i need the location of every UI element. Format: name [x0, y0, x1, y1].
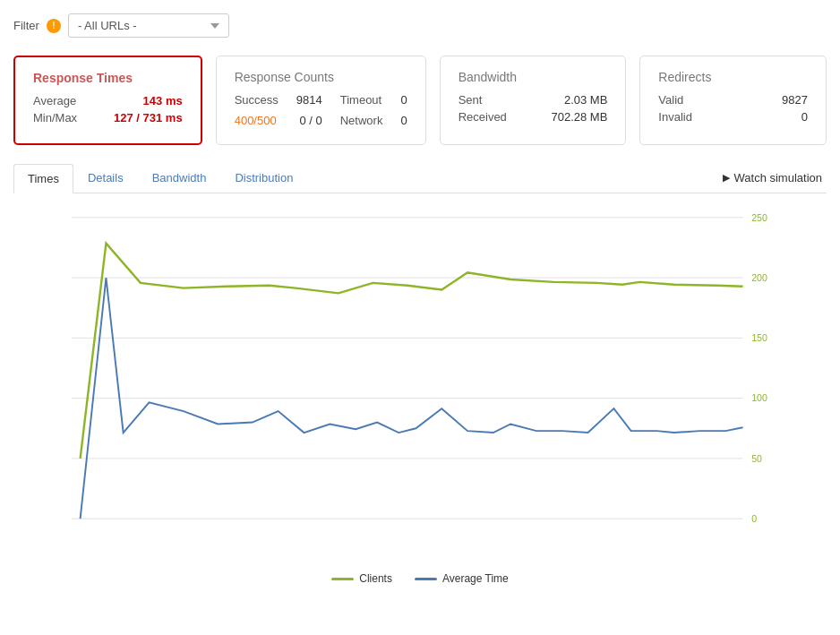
- legend-clients: Clients: [331, 572, 392, 585]
- fourhundred-label: 400/500: [235, 114, 277, 127]
- valid-label: Valid: [658, 93, 683, 107]
- response-times-card: Response Times Average 143 ms Min/Max 12…: [13, 56, 202, 145]
- filter-row: Filter ! - All URLs -: [13, 13, 827, 38]
- minmax-label: Min/Max: [33, 111, 77, 124]
- sent-value: 2.03 MB: [564, 93, 607, 107]
- average-row: Average 143 ms: [33, 94, 183, 107]
- network-label: Network: [340, 114, 383, 127]
- response-counts-title: Response Counts: [235, 70, 407, 84]
- svg-text:0: 0: [751, 513, 757, 524]
- minmax-row: Min/Max 127 / 731 ms: [33, 111, 183, 124]
- stats-row: Response Times Average 143 ms Min/Max 12…: [13, 56, 827, 145]
- svg-text:50: 50: [751, 453, 762, 464]
- clients-color-dot: [331, 578, 354, 580]
- network-row: Network 0: [340, 114, 407, 127]
- invalid-value: 0: [801, 110, 808, 124]
- legend-avg-time: Average Time: [415, 572, 509, 585]
- timeout-row: Timeout 0: [340, 93, 407, 107]
- success-row: Success 9814: [235, 93, 322, 107]
- minmax-value: 127 / 731 ms: [114, 111, 183, 124]
- filter-select[interactable]: - All URLs -: [68, 13, 229, 38]
- chart-area: 500 ms 400 ms 300 ms 200 ms 100 ms 0 ms …: [13, 202, 827, 563]
- chart-legend: Clients Average Time: [13, 572, 827, 585]
- invalid-row: Invalid 0: [658, 110, 808, 124]
- svg-text:200: 200: [751, 272, 767, 283]
- watch-simulation-label: Watch simulation: [734, 171, 823, 184]
- redirects-card: Redirects Valid 9827 Invalid 0: [639, 56, 827, 145]
- tab-bandwidth[interactable]: Bandwidth: [138, 163, 221, 193]
- tab-distribution[interactable]: Distribution: [220, 163, 307, 193]
- valid-row: Valid 9827: [658, 93, 808, 107]
- watch-simulation-button[interactable]: ▶ Watch simulation: [723, 171, 827, 184]
- invalid-label: Invalid: [658, 110, 692, 124]
- svg-text:150: 150: [751, 332, 767, 343]
- tab-times[interactable]: Times: [13, 164, 73, 193]
- received-row: Received 702.28 MB: [459, 110, 608, 124]
- received-value: 702.28 MB: [551, 110, 607, 124]
- success-value: 9814: [296, 93, 322, 107]
- average-value: 143 ms: [143, 94, 183, 107]
- tabs-row: Times Details Bandwidth Distribution ▶ W…: [13, 163, 827, 193]
- clients-label: Clients: [359, 572, 392, 585]
- timeout-label: Timeout: [340, 93, 381, 107]
- bandwidth-title: Bandwidth: [459, 70, 608, 84]
- response-counts-card: Response Counts Success 9814 Timeout 0 4…: [216, 56, 426, 145]
- fourhundred-value: 0 / 0: [299, 114, 321, 127]
- average-label: Average: [33, 94, 76, 107]
- valid-value: 9827: [782, 93, 808, 107]
- tab-details[interactable]: Details: [73, 163, 138, 193]
- filter-label: Filter: [13, 19, 39, 32]
- avg-time-color-dot: [415, 578, 437, 580]
- svg-text:100: 100: [751, 392, 767, 403]
- timeout-value: 0: [400, 93, 407, 107]
- svg-text:250: 250: [751, 212, 767, 223]
- success-label: Success: [235, 93, 279, 107]
- filter-info-icon[interactable]: !: [47, 19, 61, 33]
- sent-row: Sent 2.03 MB: [459, 93, 608, 107]
- response-times-title: Response Times: [33, 71, 183, 85]
- play-icon: ▶: [723, 172, 730, 184]
- redirects-title: Redirects: [658, 70, 808, 84]
- chart-svg: 500 ms 400 ms 300 ms 200 ms 100 ms 0 ms …: [72, 211, 777, 525]
- network-value: 0: [400, 114, 407, 127]
- sent-label: Sent: [459, 93, 483, 107]
- bandwidth-card: Bandwidth Sent 2.03 MB Received 702.28 M…: [440, 56, 627, 145]
- avg-time-label: Average Time: [442, 572, 509, 585]
- received-label: Received: [459, 110, 507, 124]
- fourhundred-row: 400/500 0 / 0: [235, 114, 322, 127]
